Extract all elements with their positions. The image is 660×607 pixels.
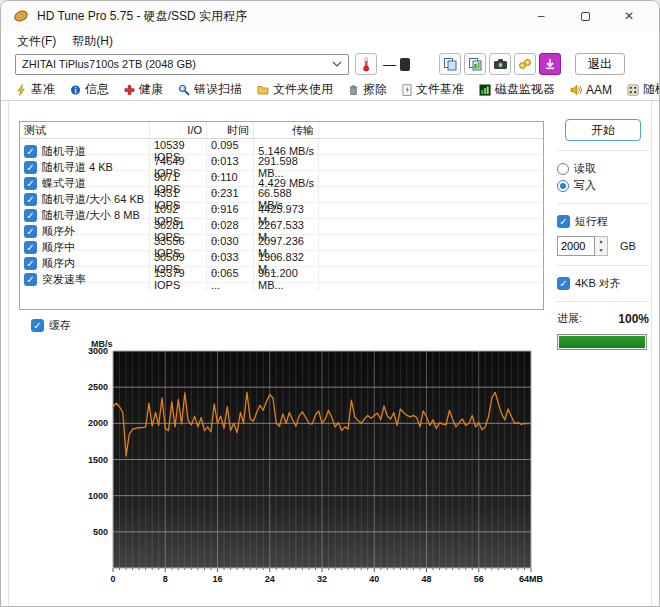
separator	[557, 265, 649, 266]
close-button[interactable]: ✕	[607, 2, 651, 30]
disk-monitor-icon	[479, 84, 491, 96]
thermometer-icon	[360, 57, 372, 72]
panel-divider	[651, 111, 652, 598]
svg-text:1500: 1500	[88, 455, 108, 465]
save-results-button[interactable]	[539, 53, 561, 75]
erase-icon	[348, 84, 359, 96]
menubar: 文件(F) 帮助(H)	[1, 31, 659, 51]
table-row: ✓随机寻道/大小 8 MB 1092 IOPS 0.916 ... 4425.9…	[20, 203, 543, 219]
svg-text:40: 40	[369, 574, 379, 584]
svg-text:24: 24	[265, 574, 275, 584]
window-title: HD Tune Pro 5.75 - 硬盘/SSD 实用程序	[37, 8, 519, 25]
stepper-arrows[interactable]: ▲▼	[595, 236, 608, 256]
short-stroke-option[interactable]: ✓ 短行程	[557, 213, 649, 230]
drive-select-value: ZHITAI TiPlus7100s 2TB (2048 GB)	[22, 58, 332, 70]
read-mode-option[interactable]: 读取	[557, 160, 649, 177]
progress-value: 100%	[618, 312, 649, 326]
radio-read-icon	[557, 163, 569, 175]
options-button[interactable]	[514, 53, 536, 75]
table-row: ✓蝶式寻道 9071 IOPS 0.110 ... 4.429 MB/s	[20, 171, 543, 187]
svg-text:2500: 2500	[88, 382, 108, 392]
aam-icon	[570, 84, 582, 96]
extra-tests-page: 测试 I/O 时间 传输 ✓随机寻道 10539 IOPS 0.095 ... …	[1, 101, 659, 607]
menu-file[interactable]: 文件(F)	[9, 31, 64, 52]
progress-bar	[557, 334, 647, 350]
menu-help[interactable]: 帮助(H)	[64, 31, 121, 52]
svg-text:500: 500	[93, 527, 108, 537]
titlebar: HD Tune Pro 5.75 - 硬盘/SSD 实用程序 – ✕	[1, 1, 659, 31]
test-controls: 开始 读取 写入 ✓ 短行程 ▲▼ GB ✓ 4K	[557, 115, 649, 350]
tab-random-access[interactable]: 随机访问	[620, 78, 660, 100]
row-checkbox[interactable]: ✓	[24, 273, 37, 286]
info-icon: i	[70, 84, 81, 96]
svg-text:48: 48	[421, 574, 431, 584]
temperature-dash: —	[383, 57, 396, 72]
maximize-icon	[581, 12, 590, 21]
error-scan-icon	[178, 84, 190, 96]
table-row: ✓顺序中 33556 IOPS 0.030 ... 2097.236 M...	[20, 235, 543, 251]
tab-info[interactable]: i 信息	[63, 78, 117, 100]
copy-image-icon	[468, 57, 482, 71]
toolbar: ZHITAI TiPlus7100s 2TB (2048 GB) —	[1, 51, 659, 77]
capacity-input[interactable]	[557, 236, 595, 256]
drive-select[interactable]: ZHITAI TiPlus7100s 2TB (2048 GB)	[15, 54, 349, 75]
table-header: 测试 I/O 时间 传输	[20, 122, 543, 139]
screenshot-button[interactable]	[489, 53, 511, 75]
stepper-up-icon[interactable]: ▲	[595, 237, 607, 246]
health-icon	[124, 84, 135, 96]
svg-text:1000: 1000	[88, 491, 108, 501]
col-io[interactable]: I/O	[150, 122, 207, 138]
align-option[interactable]: ✓ 4KB 对齐	[557, 275, 649, 292]
table-row: ✓顺序外 36281 IOPS 0.028 ... 2267.533 M...	[20, 219, 543, 235]
tab-folder-usage[interactable]: 文件夹使用	[250, 78, 341, 100]
benchmark-icon	[16, 84, 27, 96]
tabbar: 基准 i 信息 健康 错误扫描 文件夹使用 擦除 文件基准 磁盘监视器	[1, 77, 659, 101]
table-row: ✓随机寻道/大小 64 KB 4331 IOPS 0.231 ... 66.58…	[20, 187, 543, 203]
col-test[interactable]: 测试	[20, 122, 150, 138]
tab-aam[interactable]: AAM	[563, 78, 620, 100]
svg-text:i: i	[74, 85, 76, 94]
capacity-unit: GB	[620, 240, 636, 252]
progress-fill	[559, 336, 645, 348]
svg-text:0: 0	[110, 574, 115, 584]
table-row: ✓突发速率 15379 IOPS 0.065 ... 961.200 MB...	[20, 267, 543, 283]
tab-health[interactable]: 健康	[117, 78, 171, 100]
download-icon	[544, 58, 556, 70]
temperature-button[interactable]	[355, 53, 377, 75]
minimize-button[interactable]: –	[519, 2, 563, 30]
write-mode-option[interactable]: 写入	[557, 177, 649, 194]
maximize-button[interactable]	[563, 2, 607, 30]
start-button[interactable]: 开始	[565, 119, 641, 141]
tab-benchmark[interactable]: 基准	[9, 78, 63, 100]
tab-disk-monitor[interactable]: 磁盘监视器	[472, 78, 563, 100]
file-benchmark-icon	[402, 84, 412, 96]
svg-text:32: 32	[317, 574, 327, 584]
svg-text:2000: 2000	[88, 418, 108, 428]
copy-icon	[443, 57, 457, 71]
short-stroke-checkbox: ✓	[557, 215, 570, 228]
tab-erase[interactable]: 擦除	[341, 78, 395, 100]
capacity-stepper: ▲▼ GB	[557, 236, 649, 256]
col-time[interactable]: 时间	[207, 122, 254, 138]
table-row: ✓顺序内 30509 IOPS 0.033 ... 1906.832 M...	[20, 251, 543, 267]
svg-text:3000: 3000	[88, 346, 108, 356]
random-access-icon	[627, 84, 639, 96]
svg-text:16: 16	[212, 574, 222, 584]
svg-text:8: 8	[163, 574, 168, 584]
stepper-down-icon[interactable]: ▼	[595, 246, 607, 255]
chevron-down-icon	[332, 61, 342, 67]
folder-usage-icon	[257, 84, 269, 95]
separator	[557, 203, 649, 204]
copy-button[interactable]	[439, 53, 461, 75]
table-row: ✓随机寻道 4 KB 74649 IOPS 0.013 ... 291.598 …	[20, 155, 543, 171]
col-transfer[interactable]: 传输	[254, 122, 319, 138]
app-icon	[13, 8, 29, 24]
camera-icon	[493, 58, 508, 70]
copy-image-button[interactable]	[464, 53, 486, 75]
table-row: ✓随机寻道 10539 IOPS 0.095 ... 5.146 MB/s	[20, 139, 543, 155]
tab-error-scan[interactable]: 错误扫描	[171, 78, 250, 100]
app-window: HD Tune Pro 5.75 - 硬盘/SSD 实用程序 – ✕ 文件(F)…	[0, 0, 660, 607]
cache-option[interactable]: ✓ 缓存	[31, 318, 71, 333]
exit-button[interactable]: 退出	[575, 53, 625, 75]
tab-file-benchmark[interactable]: 文件基准	[395, 78, 472, 100]
